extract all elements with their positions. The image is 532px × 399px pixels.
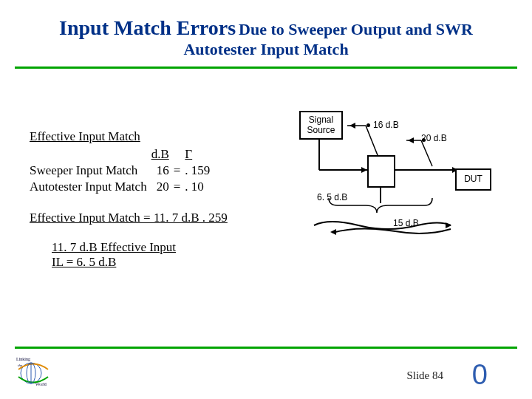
title-tail: Due to Sweeper Output and SWR [239,20,473,38]
table-row: Sweeper Input Match 16 = . 159 [30,163,214,180]
footer: Linking World the Slide 84 0 [0,355,532,395]
mid-box [367,155,395,188]
label-6-5db: 6. 5 d.B [317,192,347,202]
dut-box: DUT [455,168,491,191]
label-15db: 15 d.B [393,218,419,228]
title-subtitle: Autotester Input Match [0,40,532,59]
effective-input-heading: Effective Input Match [30,129,228,144]
table-row: Autotester Input Match 20 = . 10 [30,180,214,196]
equation-line: Effective Input Match = 11. 7 d.B . 259 [30,211,228,225]
note-il: IL = 6. 5 d.B [52,255,228,270]
label-16db: 16 d.B [373,120,399,130]
page-indicator-zero: 0 [472,359,488,391]
label-20db: 20 d.B [421,133,447,143]
svg-text:the: the [18,364,23,367]
svg-text:World: World [35,382,47,386]
slide-number: Slide 84 [406,369,443,382]
col-db: d.B [151,147,174,163]
divider-top [15,66,517,69]
body-text: Effective Input Match d.B Γ Sweeper Inpu… [30,129,228,270]
linking-the-world-logo: Linking World the [15,355,52,388]
title-lead: Input Match Errors [59,16,236,39]
svg-line-6 [421,140,432,166]
svg-text:Linking: Linking [16,357,30,361]
schematic-diagram: Signal Source DUT 16 d.B 20 d.B 6. 5 d.B… [284,111,491,236]
match-table: d.B Γ Sweeper Input Match 16 = . 159 Aut… [30,147,214,196]
signal-source-box: Signal Source [299,111,343,140]
divider-bottom [15,347,517,349]
note-effective-input: 11. 7 d.B Effective Input [52,240,228,255]
slide-title: Input Match Errors Due to Sweeper Output… [0,16,532,59]
col-gamma: Γ [185,147,214,163]
